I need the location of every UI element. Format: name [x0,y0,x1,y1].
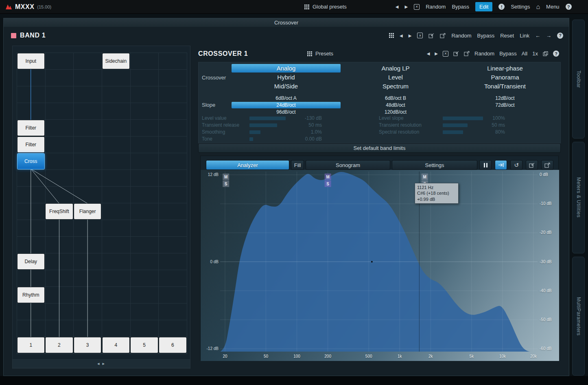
menu-button[interactable]: Menu [546,4,560,10]
random-button[interactable]: Random [426,4,446,10]
mode-hybrid[interactable]: Hybrid [232,73,341,81]
band-random-button[interactable]: Random [451,33,471,39]
prev-preset-icon[interactable]: ◀ [396,4,399,9]
param-row: Tone 0.00 dB [199,136,560,142]
reset-analysis-button[interactable]: ↺ [510,160,522,170]
band-color-chip[interactable] [11,33,16,38]
slope-6a[interactable]: 6dB/oct A [232,95,341,101]
import-icon[interactable] [428,33,434,38]
next-icon[interactable]: ▶ [409,33,412,38]
param-value: 0.00 dB [291,136,322,142]
home-icon[interactable]: ⌂ [536,4,540,10]
output-slot-1[interactable]: 1 [17,337,45,353]
tab-fill[interactable]: Fill [291,160,304,170]
presets-button[interactable]: Presets [307,51,333,57]
node-input[interactable]: Input [17,53,45,69]
mode-level[interactable]: Level [341,73,450,81]
node-flanger[interactable]: Flanger [74,204,101,219]
band-prev-arrow-icon[interactable]: ← [535,33,540,39]
analyzer-export-button[interactable] [541,160,553,170]
help-icon[interactable]: ? [566,4,572,10]
bypass-button[interactable]: Bypass [452,4,469,10]
output-slot-5[interactable]: 5 [131,337,158,353]
panel-resize-handle[interactable]: ◂ ▸ [12,359,190,368]
output-slot-6[interactable]: 6 [159,337,186,353]
param-value: 1.0% [291,129,322,135]
edit-button[interactable]: Edit [475,2,492,11]
close-box-icon[interactable]: × [417,33,423,38]
node-freqshift[interactable]: FreqShift [46,204,73,219]
output-slot-2[interactable]: 2 [46,337,73,353]
prev-icon[interactable]: ◀ [400,33,403,38]
export-icon[interactable] [464,51,470,56]
param-label: Spectral resolution [379,129,419,135]
crossover-help-icon[interactable]: ? [553,51,559,57]
settings-button[interactable]: Settings [511,4,530,10]
mode-linear-phase[interactable]: Linear-phase [450,64,560,73]
global-presets-button[interactable]: Global presets [304,4,347,10]
tab-analyzer[interactable]: Analyzer [206,160,289,170]
next-preset-icon[interactable]: ▶ [405,4,408,9]
tab-sonogram[interactable]: Sonogram [306,160,390,170]
top-bar: MXXX (15.00) Global presets ◀ ▶ × Random… [0,0,588,14]
crossover-section-title[interactable]: Crossover [4,18,569,27]
slope-24[interactable]: 24dB/oct [232,102,341,108]
node-filter[interactable]: Filter [17,137,45,152]
crossover-bypass-button[interactable]: Bypass [499,51,517,57]
band-link-button[interactable]: Link [520,33,529,39]
node-cross[interactable]: Cross [17,154,45,169]
mode-mid-side[interactable]: Mid/Side [232,82,341,90]
crossover-random-button[interactable]: Random [474,51,494,57]
node-rhythm[interactable]: Rhythm [17,287,45,303]
tab-toolbar[interactable]: Toolbar [572,20,585,139]
node-filter[interactable]: Filter [17,120,45,136]
slope-6b[interactable]: 6dB/oct B [341,95,450,101]
node-delay[interactable]: Delay [17,254,45,269]
mode-analog[interactable]: Analog [232,64,341,73]
crossover-title[interactable]: CROSSOVER 1 [198,50,248,57]
mode-panorama[interactable]: Panorama [450,73,560,81]
slope-120[interactable]: 120dB/oct [341,109,450,115]
export-icon[interactable] [440,33,446,38]
mode-spectrum[interactable]: Spectrum [341,82,450,90]
slope-72[interactable]: 72dB/oct [450,102,560,108]
mode-tonal-transient[interactable]: Tonal/Transient [450,82,560,90]
close-box-icon[interactable]: × [443,51,448,57]
output-slot-4[interactable]: 4 [103,337,130,353]
slope-48[interactable]: 48dB/oct [341,102,450,108]
alert-icon[interactable]: ! [498,4,505,10]
mode-analog-lp[interactable]: Analog LP [341,64,450,73]
slope-96[interactable]: 96dB/oct [232,109,341,115]
tab-multiparameters[interactable]: MultiParameters [572,257,585,376]
band-toolbar: ◀ ▶ × Random Bypass Reset Link ← → ? [389,29,563,42]
tab-meters-utilities[interactable]: Meters & Utilities [572,142,585,253]
band-help-icon[interactable]: ? [557,33,563,39]
slope-12[interactable]: 12dB/oct [450,95,560,101]
band-next-arrow-icon[interactable]: → [546,33,551,39]
melda-logo[interactable]: MXXX (15.00) [5,3,51,11]
crossover-all-button[interactable]: All [522,51,527,57]
tab-settings[interactable]: Settings [392,160,477,170]
presets-label: Presets [315,51,333,57]
param-value: 50 ms [474,122,505,128]
set-default-band-limits-button[interactable]: Set default band limits [198,143,561,153]
param-value: 50 ms [291,122,322,128]
node-sidechain[interactable]: Sidechain [103,53,130,69]
band-bypass-button[interactable]: Bypass [477,33,495,39]
output-slot-3[interactable]: 3 [74,337,101,353]
prev-icon[interactable]: ◀ [427,51,430,56]
next-icon[interactable]: ▶ [435,51,438,56]
import-icon[interactable] [453,51,459,56]
analyzer-import-button[interactable] [526,160,538,170]
undo-icon: ↺ [514,162,519,168]
band-reset-button[interactable]: Reset [500,33,514,39]
grid-icon[interactable] [389,33,394,38]
close-box-icon[interactable]: × [414,4,420,10]
pause-button[interactable] [479,160,492,170]
crosshair-dot [371,261,373,263]
oversampling-button[interactable]: 1x [532,51,538,57]
band-title[interactable]: BAND 1 [20,32,46,39]
spectrum-analyzer-plot[interactable]: MSMSMS [206,172,556,352]
popout-window-icon[interactable] [543,51,548,56]
follow-playhead-button[interactable] [495,160,507,170]
